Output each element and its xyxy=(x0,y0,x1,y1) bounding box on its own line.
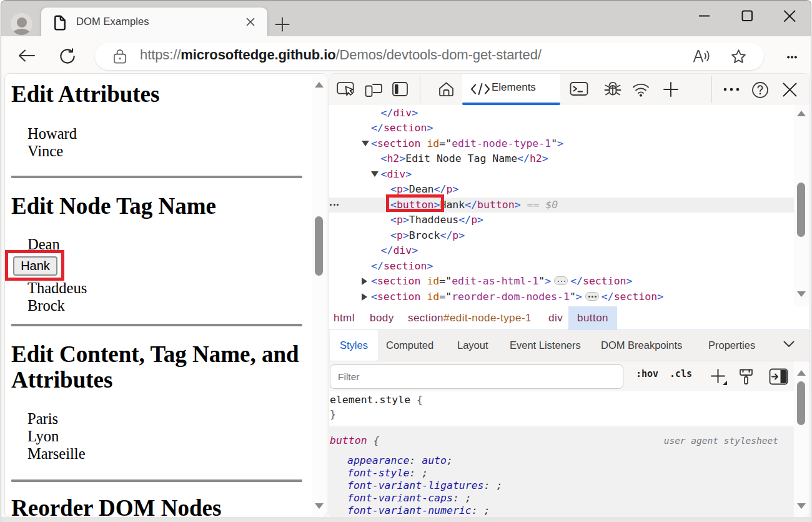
tab-styles[interactable]: Styles xyxy=(330,330,378,361)
content-area: Edit Attributes Howard Vince Edit Node T… xyxy=(1,73,811,522)
bug-icon[interactable] xyxy=(603,81,622,99)
scroll-thumb[interactable] xyxy=(797,381,805,425)
page-name-howard: Howard xyxy=(27,125,77,143)
devtools-close-icon[interactable] xyxy=(781,81,798,98)
page-name-paris: Paris xyxy=(27,410,58,428)
tab-close-icon[interactable] xyxy=(246,18,255,26)
dom-tree-row[interactable]: <section id="edit-node-type-1"> xyxy=(329,136,795,152)
tab-elements[interactable]: Elements xyxy=(462,74,560,104)
annotation-red-box-dom xyxy=(386,194,444,212)
ua-rule-selector: button xyxy=(330,434,367,446)
chevron-down-icon[interactable] xyxy=(783,341,795,348)
user-agent-style-rule[interactable]: button { user agent stylesheet appearanc… xyxy=(329,427,796,518)
url-text[interactable]: https://microsoftedge.github.io/Demos/de… xyxy=(140,47,542,63)
annotation-red-box-page xyxy=(5,250,64,281)
element-class-toggle[interactable]: .cls xyxy=(670,368,692,379)
styles-pane: element.style { } button { user agent st… xyxy=(329,391,810,518)
dom-tree-row[interactable]: <h2>Edit Node Tag Name</h2> xyxy=(329,151,795,167)
scroll-down-arrow[interactable] xyxy=(315,503,324,509)
expander-collapsed-icon[interactable] xyxy=(362,293,367,301)
breadcrumb-button[interactable]: button xyxy=(568,306,617,329)
dom-tree-row[interactable]: <p>Thaddeus</p> xyxy=(329,213,795,228)
breadcrumb: html body section#edit-node-type-1 div b… xyxy=(329,306,810,330)
breadcrumb-html[interactable]: html xyxy=(334,306,355,329)
sidebar-toggle-icon[interactable] xyxy=(769,368,788,385)
filter-input[interactable] xyxy=(330,364,623,389)
scroll-thumb[interactable] xyxy=(797,183,805,237)
settings-ellipsis-icon[interactable] xyxy=(787,56,797,59)
console-icon[interactable] xyxy=(570,81,588,98)
wifi-icon[interactable] xyxy=(632,83,650,97)
scroll-down-arrow[interactable] xyxy=(797,291,806,297)
toolbar-separator xyxy=(420,76,420,103)
tab-properties[interactable]: Properties xyxy=(708,330,755,361)
styles-scrollbar[interactable] xyxy=(794,361,809,518)
dom-tree-row[interactable]: <button>Hank</button> == $0 xyxy=(329,198,795,213)
avatar-head xyxy=(17,18,27,28)
horizontal-rule xyxy=(11,324,302,326)
scroll-up-arrow[interactable] xyxy=(315,82,324,88)
more-options-icon[interactable] xyxy=(723,88,740,91)
dom-tree-row[interactable]: </div> xyxy=(329,243,795,259)
devtools-panel: Elements xyxy=(329,73,810,518)
stylesheet-origin-label: user agent stylesheet xyxy=(664,436,778,446)
tab-dom-breakpoints[interactable]: DOM Breakpoints xyxy=(601,330,682,361)
dom-tree-row[interactable]: </section> xyxy=(329,121,795,136)
tab-computed[interactable]: Computed xyxy=(386,330,433,361)
devtools-toolbar: Elements xyxy=(329,74,810,104)
maximize-icon[interactable] xyxy=(729,1,765,32)
styles-filter-bar: :hov .cls xyxy=(329,361,810,391)
dom-tree-row[interactable]: <section id="edit-as-html-1"></section> xyxy=(329,274,795,289)
tab-event-listeners[interactable]: Event Listeners xyxy=(510,330,581,361)
lock-icon[interactable] xyxy=(112,49,127,64)
home-icon[interactable] xyxy=(438,81,455,98)
breadcrumb-section[interactable]: section#edit-node-type-1 xyxy=(408,306,532,329)
row-actions-ellipsis-icon[interactable] xyxy=(330,204,340,206)
rendering-brush-icon[interactable] xyxy=(739,368,753,385)
dom-tree-scrollbar[interactable] xyxy=(794,105,809,306)
window-close-icon[interactable] xyxy=(771,1,808,32)
collapsed-content-ellipsis-icon[interactable] xyxy=(554,276,568,285)
dock-side-icon[interactable] xyxy=(392,81,409,98)
star-icon[interactable] xyxy=(731,49,746,64)
scroll-up-arrow[interactable] xyxy=(797,111,806,116)
inspect-icon[interactable] xyxy=(337,81,355,98)
collapsed-content-ellipsis-icon[interactable] xyxy=(585,292,599,301)
new-style-rule-icon[interactable] xyxy=(710,368,728,386)
reload-icon[interactable] xyxy=(59,48,76,64)
dom-tree-row[interactable]: <div> xyxy=(329,167,795,183)
new-tab-icon[interactable] xyxy=(275,17,290,32)
dom-tree-row[interactable]: <p>Brock</p> xyxy=(329,228,795,244)
expander-expanded-icon[interactable] xyxy=(362,141,369,146)
element-style-rule[interactable]: element.style { } xyxy=(329,391,796,426)
tab-layout[interactable]: Layout xyxy=(457,330,488,361)
scroll-down-arrow[interactable] xyxy=(797,503,806,509)
scroll-up-arrow[interactable] xyxy=(797,370,806,376)
browser-window: DOM Examples xyxy=(1,0,811,522)
dom-tree-row[interactable]: </section> xyxy=(329,259,795,274)
page-scrollbar[interactable] xyxy=(312,74,326,517)
minimize-icon[interactable] xyxy=(686,1,722,32)
help-icon[interactable] xyxy=(751,81,769,99)
dom-row-markup: </div> xyxy=(381,243,418,259)
pseudo-class-toggle[interactable]: :hov xyxy=(636,368,658,379)
more-tools-plus-icon[interactable] xyxy=(662,81,680,98)
dom-tree-row[interactable]: <section id="reorder-dom-nodes-1"></sect… xyxy=(329,289,795,305)
dom-tree-row[interactable]: </div> xyxy=(329,106,795,121)
browser-tab[interactable]: DOM Examples xyxy=(41,8,267,37)
dom-row-markup: <section id="edit-as-html-1"></section> xyxy=(371,274,632,289)
scroll-thumb[interactable] xyxy=(315,216,323,276)
expander-expanded-icon[interactable] xyxy=(371,171,379,177)
back-icon[interactable] xyxy=(18,49,36,62)
expander-collapsed-icon[interactable] xyxy=(362,278,367,285)
read-aloud-icon[interactable] xyxy=(693,48,711,64)
address-bar[interactable]: https://microsoftedge.github.io/Demos/de… xyxy=(95,43,764,70)
breadcrumb-div[interactable]: div xyxy=(548,306,563,329)
page-name-brock: Brock xyxy=(27,297,65,314)
page-heading-reorder-dom-nodes: Reorder DOM Nodes xyxy=(11,495,221,518)
device-emulation-icon[interactable] xyxy=(364,81,383,98)
page-heading-edit-attributes: Edit Attributes xyxy=(11,81,159,107)
url-path: /Demos/devtools-dom-get-started/ xyxy=(336,47,542,63)
profile-avatar[interactable] xyxy=(11,13,32,35)
breadcrumb-body[interactable]: body xyxy=(370,306,394,329)
